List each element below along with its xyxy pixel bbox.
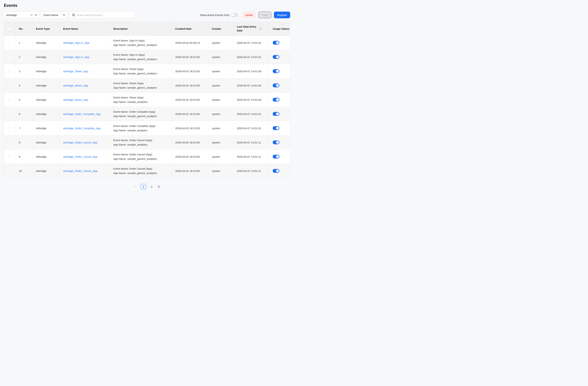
row-checkbox-cell bbox=[4, 164, 15, 178]
event-name-link[interactable]: airbridge_Order_Cancel_App bbox=[63, 141, 98, 144]
help-icon[interactable]: ? bbox=[259, 27, 262, 30]
row-checkbox[interactable] bbox=[8, 127, 11, 130]
toggle-knob bbox=[276, 70, 279, 73]
search-input[interactable] bbox=[77, 13, 133, 17]
row-checkbox-cell bbox=[4, 36, 15, 50]
usage-status-toggle[interactable] bbox=[273, 98, 279, 102]
event-name-link[interactable]: airbridge_Order_Complete_App bbox=[63, 113, 101, 116]
page-number-1[interactable]: 1 bbox=[140, 184, 147, 190]
description-line-1: Event Name: Sign-in (App) bbox=[113, 53, 169, 57]
row-checkbox[interactable] bbox=[8, 56, 11, 58]
row-number: 10 bbox=[15, 164, 32, 178]
description-cell: Event Name: Order Complete (App)App Name… bbox=[110, 121, 172, 135]
usage-status-toggle[interactable] bbox=[273, 55, 279, 59]
table-header-row: No. Event Type Event Name Description Cr… bbox=[4, 22, 290, 36]
prev-page-icon[interactable] bbox=[133, 185, 137, 189]
active-only-toggle[interactable] bbox=[231, 13, 238, 17]
row-checkbox-cell bbox=[4, 121, 15, 135]
usage-status-toggle[interactable] bbox=[273, 169, 279, 173]
column-header-last-data-entry-date: Last Data Entry Date ? bbox=[233, 22, 267, 36]
events-table: No. Event Type Event Name Description Cr… bbox=[4, 22, 290, 178]
active-only-label: Show Active Events Only bbox=[200, 14, 230, 17]
row-checkbox[interactable] bbox=[8, 84, 11, 87]
usage-status-cell bbox=[267, 93, 290, 107]
page-numbers: 12 bbox=[140, 184, 154, 190]
row-checkbox[interactable] bbox=[8, 41, 11, 44]
toggle-knob bbox=[276, 56, 279, 58]
last-data-entry-date: 2026-04-07 14:01:01 bbox=[233, 121, 267, 135]
row-checkbox[interactable] bbox=[8, 70, 11, 73]
usage-status-cell bbox=[267, 64, 290, 78]
next-page-icon[interactable] bbox=[157, 185, 161, 189]
table-row: 4Airbridgeairbridge_Share_AppEvent Name:… bbox=[4, 78, 290, 93]
row-checkbox[interactable] bbox=[8, 113, 11, 116]
row-number: 8 bbox=[15, 135, 32, 150]
event-type: Airbridge bbox=[32, 107, 60, 121]
usage-status-cell bbox=[267, 150, 290, 164]
event-name-link[interactable]: airbridge_Sign-in_App bbox=[63, 41, 89, 44]
event-type: Airbridge bbox=[32, 150, 60, 164]
usage-status-toggle[interactable] bbox=[273, 41, 279, 45]
usage-status-toggle[interactable] bbox=[273, 126, 279, 130]
usage-status-toggle[interactable] bbox=[273, 83, 279, 87]
row-number: 2 bbox=[15, 50, 32, 64]
description-line-2: App Name: sample_game3_analytics bbox=[113, 57, 169, 61]
row-number: 1 bbox=[15, 36, 32, 50]
usage-status-toggle[interactable] bbox=[273, 69, 279, 73]
row-checkbox[interactable] bbox=[8, 98, 11, 101]
description-cell: Event Name: Share (App)App Name: sample_… bbox=[110, 64, 172, 78]
row-checkbox[interactable] bbox=[8, 155, 11, 158]
copy-button[interactable]: Copy bbox=[258, 12, 271, 18]
event-name-cell: airbridge_Sign-in_App bbox=[60, 36, 110, 50]
usage-status-toggle[interactable] bbox=[273, 155, 279, 158]
event-name-link[interactable]: airbridge_Order_Complete_App bbox=[63, 127, 101, 130]
search-field-value: Event Name bbox=[44, 14, 63, 17]
description-line-2: App Name: sample_analytics bbox=[113, 128, 169, 133]
table-row: 7Airbridgeairbridge_Order_Complete_AppEv… bbox=[4, 121, 290, 135]
delete-button[interactable]: Delete bbox=[242, 12, 256, 18]
events-page: Events Airbridge ✕ Event Name Show Activ… bbox=[0, 3, 294, 193]
toggle-knob bbox=[276, 141, 279, 144]
usage-status-toggle[interactable] bbox=[273, 112, 279, 116]
toggle-knob bbox=[232, 14, 234, 16]
last-data-entry-date: 2026-04-07 13:01:11 bbox=[233, 150, 267, 164]
row-checkbox-cell bbox=[4, 93, 15, 107]
description-line-2: App Name: sample_game3_analytics bbox=[113, 114, 169, 118]
select-all-checkbox[interactable] bbox=[8, 27, 11, 30]
table-body: 1Airbridgeairbridge_Sign-in_AppEvent Nam… bbox=[4, 36, 290, 178]
toggle-knob bbox=[276, 113, 279, 115]
usage-status-cell bbox=[267, 50, 290, 64]
row-checkbox[interactable] bbox=[8, 170, 11, 173]
page-number-2[interactable]: 2 bbox=[150, 185, 154, 188]
event-name-link[interactable]: airbridge_Order_Cancel_App bbox=[63, 170, 98, 173]
event-name-link[interactable]: airbridge_Share_App bbox=[63, 70, 88, 73]
row-checkbox-cell bbox=[4, 78, 15, 93]
event-name-link[interactable]: airbridge_Share_App bbox=[63, 98, 88, 101]
event-name-link[interactable]: airbridge_Sign-in_App bbox=[63, 56, 89, 58]
chevron-down-icon bbox=[63, 14, 65, 16]
event-name-link[interactable]: airbridge_Order_Cancel_App bbox=[63, 155, 98, 158]
register-button[interactable]: Register bbox=[274, 12, 290, 18]
toggle-knob bbox=[276, 84, 279, 87]
created-date: 2026-04-02 18:23:55 bbox=[172, 50, 208, 64]
usage-status-toggle[interactable] bbox=[273, 140, 279, 144]
event-name-cell: airbridge_Share_App bbox=[60, 78, 110, 93]
event-type: Airbridge bbox=[32, 64, 60, 78]
event-name-cell: airbridge_Order_Cancel_App bbox=[60, 135, 110, 150]
description-cell: Event Name: Share (App)App Name: sample_… bbox=[110, 93, 172, 107]
row-number: 9 bbox=[15, 150, 32, 164]
created-date: 2026-04-02 18:23:55 bbox=[172, 150, 208, 164]
row-checkbox-cell bbox=[4, 64, 15, 78]
search-field-select[interactable]: Event Name bbox=[41, 12, 67, 18]
event-name-cell: airbridge_Order_Complete_App bbox=[60, 107, 110, 121]
toggle-knob bbox=[276, 41, 279, 44]
project-filter-select[interactable]: Airbridge ✕ bbox=[4, 12, 40, 18]
event-name-link[interactable]: airbridge_Share_App bbox=[63, 84, 88, 87]
event-type: Airbridge bbox=[32, 93, 60, 107]
row-checkbox[interactable] bbox=[8, 141, 11, 144]
description-cell: Event Name: Order Cancel (App)App Name: … bbox=[110, 150, 172, 164]
clear-filter-icon[interactable]: ✕ bbox=[30, 14, 33, 17]
search-box bbox=[70, 12, 135, 18]
pagination: 12 bbox=[0, 184, 294, 190]
event-type: Airbridge bbox=[32, 50, 60, 64]
